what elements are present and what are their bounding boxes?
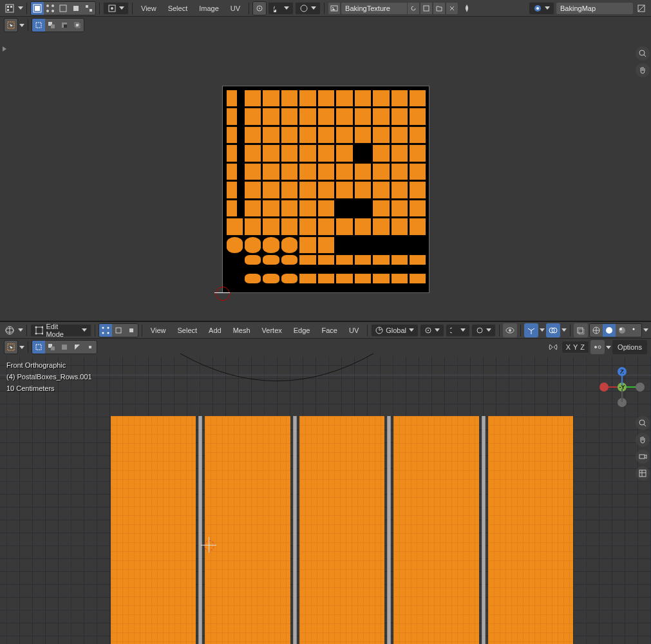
vp-menu-vertex[interactable]: Vertex (257, 323, 287, 337)
editor-type-3d-icon[interactable] (3, 323, 17, 337)
vp-menu-uv[interactable]: UV (344, 323, 364, 337)
svg-line-62 (528, 328, 531, 330)
vp-menu-view[interactable]: View (146, 323, 171, 337)
extend-select-icon[interactable] (45, 19, 58, 32)
visibility-icon[interactable] (503, 323, 517, 337)
axis-y[interactable]: Y (573, 343, 578, 351)
camera-icon[interactable] (636, 450, 650, 464)
select-mode-3d[interactable] (32, 340, 97, 354)
svg-point-45 (35, 332, 37, 334)
subtract-select-icon[interactable] (58, 341, 71, 354)
fake-user-icon[interactable] (407, 2, 420, 15)
vp-menu-add[interactable]: Add (203, 323, 227, 337)
uv-island (336, 145, 352, 161)
new-image-icon[interactable] (420, 2, 433, 15)
display-channels-icon[interactable] (634, 1, 648, 15)
uv-island (263, 274, 279, 283)
face-mode-icon[interactable] (125, 324, 138, 337)
rendered-shading-icon[interactable] (628, 324, 641, 337)
xray-icon[interactable] (574, 323, 588, 337)
orientation-dropdown[interactable]: Global (371, 324, 419, 337)
vp-menu-face[interactable]: Face (316, 323, 342, 337)
unlink-image-icon[interactable] (446, 2, 458, 15)
open-image-icon[interactable] (433, 2, 446, 15)
uv-menu-select[interactable]: Select (163, 1, 193, 15)
pin-icon[interactable] (460, 1, 474, 15)
uv-canvas[interactable] (222, 86, 429, 293)
matprev-shading-icon[interactable] (616, 324, 628, 337)
mirror-options-icon[interactable] (590, 340, 605, 354)
image-name-field[interactable]: BakingTexture (341, 2, 407, 15)
vertex-select-icon[interactable] (44, 2, 57, 15)
expand-handle[interactable] (1, 45, 8, 53)
uv-menu-image[interactable]: Image (194, 1, 224, 15)
snap-dropdown-3d[interactable] (446, 324, 470, 337)
face-select-icon[interactable] (70, 2, 82, 15)
uv-island (318, 255, 334, 265)
svg-rect-1 (7, 6, 9, 8)
gizmo-x-axis[interactable] (599, 383, 609, 392)
vp-menu-select[interactable]: Select (173, 323, 203, 337)
uv-select-mode[interactable] (30, 1, 96, 15)
pan-icon[interactable] (636, 63, 650, 77)
mesh-select-mode[interactable] (99, 323, 138, 337)
butterfly-icon[interactable] (546, 340, 560, 354)
viewport-canvas[interactable] (0, 357, 651, 644)
snap-dropdown[interactable] (268, 2, 294, 15)
proportional-dropdown[interactable] (295, 2, 321, 15)
axis-z[interactable]: Z (580, 343, 585, 351)
edge-select-icon[interactable] (57, 2, 70, 15)
zoom-icon[interactable] (636, 416, 650, 430)
solid-shading-icon[interactable] (603, 324, 616, 337)
uv-island (336, 255, 352, 265)
svg-point-49 (102, 332, 104, 334)
svg-point-84 (639, 420, 645, 425)
pivot-dropdown[interactable] (420, 324, 444, 337)
chevron-down-icon (643, 328, 648, 332)
subtract-select-icon[interactable] (58, 19, 71, 32)
nav-gizmo[interactable]: -Y Z (599, 365, 645, 410)
gizmo-toggle-icon[interactable] (524, 323, 538, 337)
slot-dropdown[interactable] (529, 2, 554, 15)
editor-type-dropdown-icon[interactable] (3, 1, 17, 15)
options-dropdown[interactable]: Options (612, 340, 647, 354)
vp-menu-mesh[interactable]: Mesh (228, 323, 256, 337)
intersect-select-icon[interactable] (84, 341, 97, 354)
axis-x[interactable]: X (566, 343, 571, 351)
island-select-icon[interactable] (82, 2, 95, 15)
axis-lock-toggle[interactable]: X Y Z (561, 341, 589, 354)
wireframe-shading-icon[interactable] (590, 324, 603, 337)
uv-island (227, 182, 238, 198)
perspective-icon[interactable] (636, 466, 650, 480)
overlay-toggle-icon[interactable] (546, 323, 560, 337)
select-mode-group[interactable] (32, 18, 84, 32)
uv-editor: View Select Image UV BakingTexture Bakin… (0, 0, 651, 321)
uv-island (299, 255, 316, 265)
pan-icon[interactable] (636, 433, 650, 447)
proportional-dropdown-3d[interactable] (471, 324, 496, 337)
edge-mode-icon[interactable] (112, 324, 125, 337)
select-box-tool-icon[interactable] (4, 18, 18, 32)
render-slot-field[interactable]: BakingMap (556, 2, 633, 15)
intersect-select-icon[interactable] (71, 19, 84, 32)
uv-sticky-dropdown[interactable] (103, 2, 129, 15)
uv-menu-uv[interactable]: UV (225, 1, 245, 15)
shading-mode[interactable] (589, 323, 642, 337)
extend-select-icon[interactable] (45, 341, 58, 354)
pivot-overlay-group[interactable] (252, 1, 267, 15)
set-select-icon[interactable] (32, 341, 45, 354)
pivot-dropdown-icon[interactable] (253, 2, 266, 15)
uv-menu-view[interactable]: View (136, 1, 162, 15)
image-browse-icon[interactable] (328, 2, 341, 15)
select-box-tool-3d-icon[interactable] (4, 340, 18, 354)
vp-menu-edge[interactable]: Edge (288, 323, 316, 337)
gizmo-neg-x-axis[interactable] (636, 383, 645, 392)
uv-island (227, 164, 238, 180)
sync-selection-icon[interactable] (31, 2, 44, 15)
invert-select-icon[interactable] (71, 341, 84, 354)
zoom-icon[interactable] (636, 46, 650, 61)
svg-point-74 (632, 327, 638, 334)
vertex-mode-icon[interactable] (99, 324, 112, 337)
mode-dropdown[interactable]: Edit Mode (30, 324, 91, 337)
set-new-select-icon[interactable] (32, 19, 45, 32)
